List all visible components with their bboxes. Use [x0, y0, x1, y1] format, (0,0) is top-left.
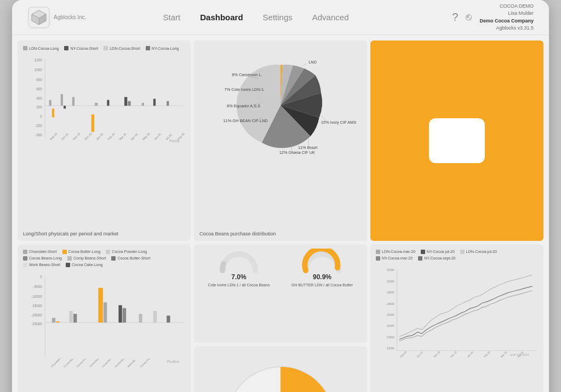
- svg-rect-22: [91, 114, 94, 132]
- logo-area: Agblocks Inc.: [27, 6, 88, 29]
- legend-powder-long: Cocoa Powder-Long: [106, 250, 147, 254]
- panel-butter-sales: Cocoa Butter sales distribution: [194, 346, 367, 392]
- svg-text:Cocoa-Po...: Cocoa-Po...: [76, 356, 88, 368]
- svg-text:2300: 2300: [387, 335, 394, 339]
- app-logo: [27, 6, 50, 29]
- svg-text:-200: -200: [35, 124, 42, 128]
- svg-text:0: 0: [40, 275, 42, 279]
- svg-text:2800: 2800: [387, 290, 394, 294]
- svg-text:1200: 1200: [35, 58, 43, 62]
- svg-text:Cocoa-Bu...: Cocoa-Bu...: [63, 356, 75, 368]
- line-chart: 3200 3000 2800 2600 2500 2400 2300 2200 …: [376, 264, 538, 367]
- legend-ny-short: NY-Cocoa-Short: [64, 46, 98, 50]
- panel-futures: LDN-Cocoa-mar-20 NY-Cocoa jul-20 LDN-Coc…: [370, 244, 543, 392]
- nav-advanced[interactable]: Advanced: [312, 13, 349, 22]
- svg-text:Sep 19: Sep 19: [49, 132, 58, 141]
- svg-rect-69: [56, 321, 59, 322]
- gauge-row: 7.0% Cote Ivoire LDN-1 / all Cocoa Beans…: [198, 249, 363, 287]
- svg-text:Nov 19: Nov 19: [72, 132, 81, 141]
- panel-title-pie1: Cocoa Beans purchase distribution: [199, 231, 276, 237]
- svg-text:800: 800: [36, 78, 42, 82]
- svg-text:-5000: -5000: [33, 285, 43, 289]
- nav-dashboard[interactable]: Dashboard: [200, 13, 243, 22]
- svg-text:Comp-Be...: Comp-Be...: [101, 357, 113, 368]
- bar-chart-2: 0 -5000 -10000 -15000 -20000 -25000 Posi…: [23, 270, 185, 378]
- svg-text:200: 200: [36, 105, 42, 109]
- pie-chart-1: LND 6% Cameroon L. 7% Cote Ivoire LDN-1 …: [199, 46, 362, 158]
- svg-rect-71: [73, 314, 77, 322]
- legend-ldn-mar: LDN-Cocoa-mar-20: [376, 250, 415, 254]
- svg-text:-25000: -25000: [31, 322, 42, 326]
- svg-text:3200: 3200: [387, 268, 394, 272]
- svg-rect-28: [153, 99, 156, 106]
- svg-rect-68: [52, 318, 55, 322]
- nav-settings[interactable]: Settings: [263, 13, 293, 22]
- svg-rect-75: [123, 308, 126, 322]
- svg-text:Oct 19: Oct 19: [416, 351, 423, 358]
- svg-rect-73: [104, 302, 107, 322]
- svg-rect-23: [95, 103, 98, 106]
- svg-text:Jan 20: Jan 20: [467, 350, 474, 358]
- help-icon[interactable]: ?: [452, 11, 458, 24]
- panel-small-group: 7.0% Cote Ivoire LDN-1 / all Cocoa Beans…: [194, 244, 367, 392]
- svg-text:Cocoa-Be...: Cocoa-Be...: [89, 356, 100, 368]
- panel-physicals-period: LDN-Cocoa-Long NY-Cocoa-Short LDN-Cocoa-…: [18, 41, 191, 241]
- svg-text:Jan 20: Jan 20: [95, 132, 104, 141]
- bar-chart-1: 1200 1000 800 600 400 200 0 -200 -300 Pe…: [23, 54, 185, 152]
- logout-icon[interactable]: ⎋: [466, 11, 472, 23]
- svg-rect-76: [139, 314, 142, 322]
- svg-text:6% Cameroon L.: 6% Cameroon L.: [232, 72, 262, 77]
- legend-line: LDN-Cocoa-mar-20 NY-Cocoa jul-20 LDN-Coc…: [376, 250, 538, 261]
- svg-text:Nov 19: Nov 19: [433, 350, 440, 358]
- svg-text:15% Ivory CIF AMS: 15% Ivory CIF AMS: [321, 120, 356, 125]
- svg-text:-300: -300: [35, 133, 42, 137]
- gauge-pct-2: 90.9%: [313, 273, 331, 281]
- svg-rect-70: [70, 311, 73, 322]
- header: Agblocks Inc. Start Dashboard Settings A…: [12, 0, 549, 35]
- logo-text: Agblocks Inc.: [54, 14, 86, 21]
- svg-text:Jun 20: Jun 20: [153, 132, 161, 141]
- svg-text:600: 600: [36, 87, 42, 91]
- svg-text:Position: Position: [167, 360, 180, 364]
- user-company: Demo Cocoa Company: [479, 18, 534, 25]
- nav-start[interactable]: Start: [163, 13, 181, 22]
- user-name: Lisa Mulder: [479, 10, 534, 18]
- legend-bar1: LDN-Cocoa-Long NY-Cocoa-Short LDN-Cocoa-…: [23, 46, 185, 50]
- svg-text:1000: 1000: [35, 68, 43, 72]
- app-container: Agblocks Inc. Start Dashboard Settings A…: [12, 0, 549, 392]
- svg-rect-26: [128, 101, 130, 106]
- svg-text:Oct 19: Oct 19: [60, 132, 68, 141]
- svg-text:12% Ghana CIF UK: 12% Ghana CIF UK: [279, 150, 315, 155]
- header-right: ? ⎋ COCOA DEMO Lisa Mulder Demo Cocoa Co…: [424, 3, 534, 32]
- svg-text:May 20: May 20: [141, 132, 151, 141]
- svg-rect-74: [118, 305, 122, 322]
- gauge-label-1: Cote Ivoire LDN-1 / all Cocoa Beans: [208, 283, 270, 287]
- svg-rect-24: [107, 100, 109, 106]
- svg-rect-77: [153, 311, 157, 322]
- panel-gauges: 7.0% Cote Ivoire LDN-1 / all Cocoa Beans…: [194, 244, 367, 343]
- svg-text:11% Brazil: 11% Brazil: [298, 145, 318, 150]
- svg-text:0: 0: [40, 114, 42, 118]
- gauge-svg-2: [300, 249, 344, 273]
- svg-text:2600: 2600: [387, 301, 394, 305]
- svg-text:400: 400: [36, 96, 42, 100]
- legend-cake-long: Cocoa Cake-Long: [66, 263, 102, 267]
- svg-text:2500: 2500: [387, 313, 394, 316]
- legend-work-short: Work Beans-Short: [23, 263, 60, 267]
- svg-text:7% Cote Ivoire LDN-1: 7% Cote Ivoire LDN-1: [225, 87, 264, 92]
- panel-physicals-position: Chocolate-Short Cocoa Butter-Long Cocoa …: [18, 244, 191, 392]
- user-demo: COCOA DEMO: [479, 3, 534, 10]
- svg-text:2400: 2400: [387, 324, 394, 327]
- svg-text:Cocoa-Bu...: Cocoa-Bu...: [114, 356, 125, 368]
- legend-comp-short: Comp Beans-Short: [67, 256, 106, 261]
- svg-text:Aug 20: Aug 20: [176, 132, 185, 141]
- svg-text:11%-GH BEAN CIF-LND: 11%-GH BEAN CIF-LND: [223, 118, 268, 123]
- svg-rect-19: [61, 94, 63, 106]
- gauge-label-2: GH BUTTER LDN / all Cocoa Butter: [291, 283, 353, 287]
- gauge-cote-ivoire: 7.0% Cote Ivoire LDN-1 / all Cocoa Beans: [198, 249, 279, 287]
- svg-text:Apr 20: Apr 20: [130, 132, 138, 141]
- svg-text:-10000: -10000: [31, 295, 42, 298]
- svg-text:Dec 19: Dec 19: [450, 350, 457, 358]
- svg-text:Mar 20: Mar 20: [500, 350, 508, 358]
- svg-rect-27: [142, 103, 144, 106]
